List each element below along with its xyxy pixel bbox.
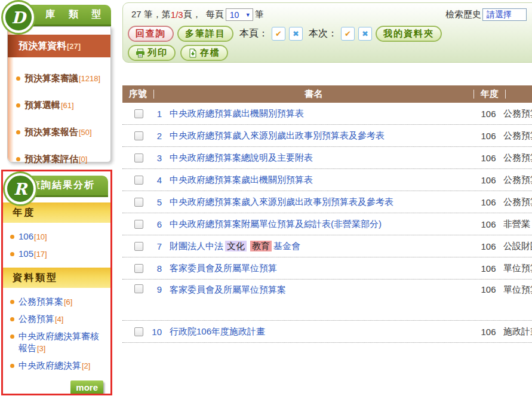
facet-item-count: [4] [55, 315, 63, 324]
printer-icon [136, 48, 145, 58]
row-checkbox[interactable] [134, 176, 143, 185]
subdb-logo-icon: D [3, 2, 34, 33]
sidebar-item-label: 預決算案評估 [24, 154, 78, 165]
more-button[interactable]: more [70, 380, 103, 394]
row-checkbox[interactable] [134, 198, 143, 207]
row-seq: 7 [149, 241, 162, 251]
row-title-link[interactable]: 中央政府總預算歲入來源別歲出政事別預算表及參考表 [170, 130, 473, 142]
row-seq: 4 [149, 175, 162, 185]
sidebar-item-label: 預決算案報告 [24, 127, 78, 138]
row-checkbox[interactable] [134, 131, 143, 140]
my-folder-button[interactable]: 我的資料夾 [376, 26, 442, 42]
row-checkbox[interactable] [134, 264, 143, 273]
bullet-icon [10, 235, 14, 239]
print-button[interactable]: 列印 [128, 45, 176, 61]
toolbar-row-1: 回查詢 多筆詳目 本頁： ✔ ✖ 本次： ✔ ✖ 我的資料夾 [128, 26, 442, 42]
sidebar-item-label: 預算選輯 [24, 100, 60, 111]
row-title-link[interactable]: 中央政府總預算案歲入來源別歲出政事別預算表及參考表 [170, 197, 473, 208]
row-checkbox[interactable] [134, 109, 143, 118]
current-category-count: [27] [67, 42, 81, 51]
sidebar-item-預決算案評估[interactable]: 預決算案評估[0] [16, 146, 110, 173]
facet-item-label: 106 [19, 231, 33, 241]
row-title-link[interactable]: 財團法人中法文化教育基金會 [170, 241, 473, 252]
facet-item-count: [6] [64, 297, 72, 306]
bullet-icon [16, 130, 20, 134]
clear-all-page-button[interactable]: ✖ [289, 27, 303, 41]
table-row: 5中央政府總預算案歲入來源別歲出政事別預算表及參考表106公務預算 [122, 191, 532, 213]
bullet-icon [10, 364, 14, 368]
summary-suffix: 筆 [255, 9, 264, 20]
row-title-link[interactable]: 中央政府總預算案總說明及主要附表 [170, 152, 473, 164]
sidebar-item-count: [1218] [79, 74, 100, 83]
row-seq: 3 [149, 153, 162, 163]
save-button[interactable]: 存檔 [180, 45, 228, 61]
row-title-link[interactable]: 中央政府總預算案附屬單位預算及綜計表(非營業部分) [170, 219, 473, 230]
row-year: 106 [473, 197, 503, 207]
results-table-header: 序號 書名 年度 [122, 85, 532, 103]
facet-item-106[interactable]: 106[10] [10, 228, 107, 245]
row-seq: 5 [149, 197, 162, 207]
facet-item-中央政府總決算[interactable]: 中央政府總決算[2] [10, 357, 107, 375]
back-to-search-button[interactable]: 回查詢 [128, 26, 174, 42]
analysis-panel-title-text: 查詢結果分析 [30, 179, 95, 192]
table-row: 7財團法人中法文化教育基金會106公設財團 [122, 235, 532, 257]
facet-item-公務預算[interactable]: 公務預算[4] [10, 311, 107, 328]
facet-header-年度: 年度 [3, 202, 110, 223]
summary-middle: 頁， [183, 9, 201, 20]
sidebar-item-預決算案報告[interactable]: 預決算案報告[50] [16, 119, 110, 146]
facet-item-label: 105 [19, 248, 33, 259]
select-all-session-button[interactable]: ✔ [341, 27, 355, 41]
bullet-icon [10, 252, 14, 256]
table-row: 3中央政府總預算案總說明及主要附表106公務預算 [122, 147, 532, 169]
row-title-link[interactable]: 客家委員會及所屬單位預算案 [170, 284, 473, 296]
row-seq: 10 [149, 327, 162, 337]
current-category-label: 預決算資料 [19, 41, 66, 51]
row-title-link[interactable]: 中央政府總預算案歲出機關別預算表 [170, 174, 473, 186]
facet-item-count: [2] [82, 361, 90, 370]
select-all-page-button[interactable]: ✔ [272, 27, 285, 41]
per-page-label: 每頁 [206, 9, 224, 20]
sidebar-item-current-category[interactable]: 預決算資料[27] [8, 35, 110, 57]
search-term-highlight: 教育 [250, 241, 272, 251]
row-title-link[interactable]: 中央政府總預算歲出機關別預算表 [170, 108, 473, 119]
row-type: 非營業 [503, 219, 532, 230]
bullet-icon [16, 76, 20, 81]
save-button-label: 存檔 [200, 47, 220, 59]
bullet-icon [10, 334, 14, 339]
row-title-link[interactable]: 行政院106年度施政計畫 [170, 326, 473, 337]
row-checkbox[interactable] [134, 242, 143, 251]
row-year: 106 [473, 153, 503, 163]
facet-item-公務預算案[interactable]: 公務預算案[6] [10, 293, 107, 311]
row-type: 單位預算 [503, 284, 532, 296]
row-title-link[interactable]: 客家委員會及所屬單位預算 [170, 263, 473, 274]
facet-item-105[interactable]: 105[17] [10, 245, 107, 263]
table-row: 6中央政府總預算案附屬單位預算及綜計表(非營業部分)106非營業 [122, 213, 532, 235]
row-checkbox[interactable] [134, 284, 143, 293]
per-page-select[interactable]: 10 ▼ [226, 8, 253, 21]
sidebar-item-預算選輯[interactable]: 預算選輯[61] [16, 92, 110, 119]
facet-item-中央政府總決算審核報告[interactable]: 中央政府總決算審核報告[3] [10, 328, 107, 357]
facet-item-text: 公務預算[4] [19, 313, 63, 326]
multi-detail-button[interactable]: 多筆詳目 [177, 26, 233, 42]
search-term-highlight: 文化 [225, 241, 247, 251]
row-checkbox[interactable] [134, 327, 143, 336]
row-checkbox[interactable] [134, 220, 143, 229]
facet-list: 106[10]105[17] [3, 223, 110, 268]
facet-item-label: 中央政府總決算審核報告 [19, 331, 99, 353]
facet-item-text: 公務預算案[6] [19, 296, 72, 308]
row-checkbox[interactable] [134, 154, 143, 162]
facet-item-count: [17] [34, 250, 47, 259]
row-type: 公務預算 [503, 197, 532, 208]
search-history-select[interactable]: 請選擇 [482, 8, 527, 21]
subdb-panel: 預決算資料[27] 預決算案審議[1218]預算選輯[61]預決算案報告[50]… [7, 26, 111, 162]
summary-prefix: 27 筆，第 [131, 9, 171, 20]
this-time-label: 本次： [309, 27, 337, 40]
sidebar-item-預決算案審議[interactable]: 預決算案審議[1218] [16, 65, 110, 92]
clear-all-session-button[interactable]: ✖ [358, 27, 372, 41]
analysis-sections: 年度106[10]105[17]資料類型公務預算案[6]公務預算[4]中央政府總… [3, 202, 110, 379]
row-year: 106 [473, 263, 503, 274]
save-file-icon [188, 48, 198, 58]
row-seq: 9 [149, 284, 162, 294]
table-row: 10行政院106年度施政計畫106施政計畫 [122, 321, 532, 343]
sidebar-item-count: [61] [61, 101, 74, 110]
